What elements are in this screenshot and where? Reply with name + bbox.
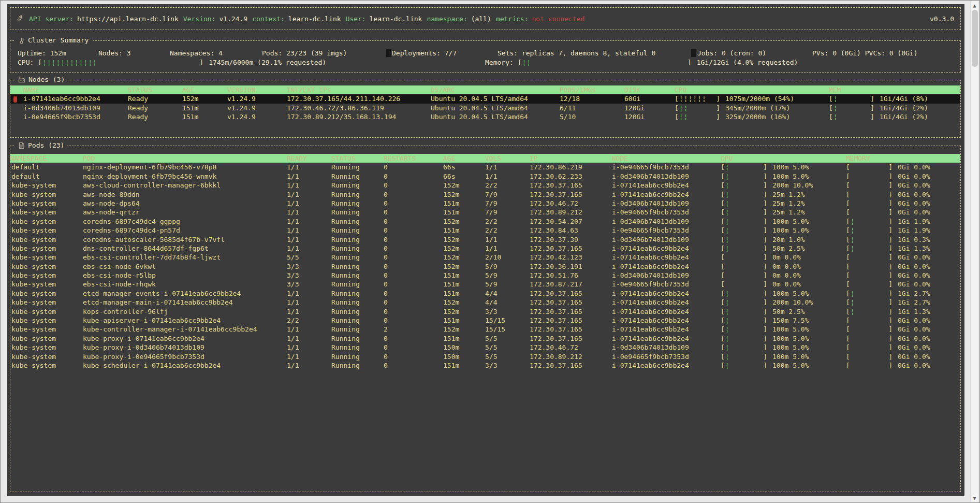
pod-row[interactable]: kube-systemkops-controller-96lfj1/1Runni… [10,307,960,316]
pod-cell-age: 151m [443,316,485,325]
pod-row[interactable]: kube-systemkube-proxy-i-0d3406b74013db10… [10,343,960,352]
column-header[interactable]: READY [287,154,331,163]
node-row[interactable]: i-0d3406b74013db109Ready151mv1.24.9172.3… [10,104,960,112]
column-header[interactable]: NAMESPACE [10,154,83,163]
pod-row[interactable]: kube-systemkube-controller-manager-i-071… [10,325,960,334]
pod-row[interactable]: kube-systemaws-node-89ddn1/1Running0152m… [10,190,960,199]
column-header[interactable]: CPU [721,154,846,163]
column-header[interactable]: STATUS [128,85,182,94]
pod-row[interactable]: kube-systemebs-csi-controller-7dd74b8f4-… [10,253,960,262]
pod-row[interactable]: kube-systemetcd-manager-main-i-07141eab6… [10,298,960,307]
pod-cell-node: i-0d3406b74013db109 [612,217,721,226]
gauge-open-bracket: [ [846,361,850,370]
pod-cell-vols: 7/9 [485,190,530,199]
pod-mem-text: 0Gi 0.0% [898,316,930,325]
pod-cell-cpu: [¦]100m 5.0% [721,217,846,226]
pod-cell-ip: 172.30.86.219 [530,163,612,171]
pod-row[interactable]: kube-systemcoredns-6897c49dc4-pn57d1/1Ru… [10,226,960,235]
pod-row[interactable]: kube-systemetcd-manager-events-i-07141ea… [10,289,960,298]
pod-cell-status: Running [331,181,384,190]
pod-cell-age: 151m [443,361,485,370]
gauge-open-bracket: [ [721,244,725,253]
pod-cell-node: i-07141eab6cc9bb2e4 [612,181,721,190]
pod-row[interactable]: kube-systemaws-node-dps641/1Running0151m… [10,199,960,208]
pod-cpu-gauge: [¦] [721,307,767,316]
pod-row[interactable]: kube-systemdns-controller-8644d657df-fgp… [10,244,960,253]
column-header[interactable]: CPU [675,85,829,94]
scroll-up-arrow[interactable]: ▲ [971,1,978,9]
node-row[interactable]: i-0e94665f9bcb7353dReady151mv1.24.9172.3… [10,112,960,121]
summary-stat: Pods: 23/23 (39 imgs) [262,49,347,57]
column-header[interactable]: VERSION [227,85,287,94]
column-header[interactable]: STATUS [331,154,384,163]
node-cell-pods_imgs: 6/11 [560,104,624,112]
column-header[interactable]: AGE [182,85,227,94]
pod-cell-memory: []0Gi 0.0% [846,316,960,325]
pod-row[interactable]: defaultnginx-deployment-6fb79bc456-v78p8… [10,163,960,171]
summary-memory-gauge-row: Memory: [¦¦]1Gi/12Gi (4.0% requested) [485,59,798,66]
pod-row[interactable]: kube-systemcoredns-6897c49dc4-ggppg1/1Ru… [10,217,960,226]
pod-cell-node: i-0e94665f9bcb7353d [612,226,721,235]
node-mem-text: 1Gi/4Gi (2%) [880,104,928,112]
pod-cell-node: i-0e94665f9bcb7353d [612,280,721,289]
pod-row[interactable]: kube-systemaws-cloud-controller-manager-… [10,181,960,190]
pod-row[interactable]: kube-systemcoredns-autoscaler-5685d4f67b… [10,235,960,244]
column-header[interactable]: DISK [624,85,675,94]
pod-row[interactable]: kube-systemkube-scheduler-i-07141eab6cc9… [10,361,960,370]
column-header[interactable]: MEM [829,85,960,94]
column-header[interactable]: PODS/IMGs [560,85,624,94]
column-header[interactable]: MEMORY [846,154,960,163]
gauge-close-bracket: ] [888,253,893,262]
pod-cell-ready: 1/1 [287,361,331,370]
column-header[interactable]: INT/EXT IPs [287,85,431,94]
pod-cell-status: Running [331,244,384,253]
vertical-scrollbar[interactable]: ▲ ▼ [970,1,978,502]
pod-row[interactable]: defaultnginx-deployment-6fb79bc456-wnmvk… [10,172,960,181]
pod-mem-gauge: [] [846,208,893,217]
gauge-bars [850,208,888,217]
pod-cell-ip: 172.30.37.165 [530,298,612,307]
pod-row[interactable]: kube-systemebs-csi-node-6vkwl3/3Running0… [10,262,960,271]
pod-mem-gauge: [¦] [846,226,893,235]
pod-row[interactable]: kube-systemkube-apiserver-i-07141eab6cc9… [10,316,960,325]
column-header[interactable]: OS/ARC [431,85,560,94]
pod-cell-status: Running [331,343,384,352]
pod-cpu-text: 100m 5.0% [772,361,809,370]
pods-panel: Pods (23) NAMESPACEPODREADYSTATUSRESTART… [10,146,961,492]
gauge-close-bracket: ] [888,181,893,190]
gauge-close-bracket: ] [888,172,893,181]
summary-stat: Namespaces: 4 [170,49,223,57]
pod-cell-memory: [¦]1Gi 1.9% [846,217,960,226]
pod-cell-vols: 5/5 [485,334,530,343]
column-header[interactable]: POD [83,154,287,163]
gauge-bars: ¦¦¦¦¦¦ [679,94,716,103]
pod-row[interactable]: kube-systemkube-proxy-i-0e94665f9bcb7353… [10,352,960,361]
pod-cell-restarts: 0 [384,316,443,325]
pod-cell-namespace: kube-system [10,217,83,226]
column-header[interactable]: NAME [23,85,128,94]
pod-cell-ready: 1/1 [287,226,331,235]
gauge-bars: ¦ [833,112,870,121]
column-header[interactable]: IP [530,154,612,163]
gauge-bars: ¦ [850,298,888,307]
pod-cpu-text: 25m 1.2% [772,208,805,217]
scrollbar-thumb[interactable] [972,10,978,67]
pod-row[interactable]: kube-systemaws-node-qrtzr1/1Running0151m… [10,208,960,217]
pod-row[interactable]: kube-systemebs-csi-node-rhqwk3/3Running0… [10,280,960,289]
pod-row[interactable]: kube-systemkube-proxy-i-07141eab6cc9bb2e… [10,334,960,343]
pod-cell-age: 152m [443,325,485,334]
topbar-item-label: Version: [183,15,216,23]
column-header[interactable]: VOLS [485,154,530,163]
gauge-close-bracket: ] [888,316,893,325]
pod-mem-gauge: [] [846,253,893,262]
pod-cell-vols: 15/15 [485,316,530,325]
node-row[interactable]: i-07141eab6cc9bb2e4Ready152mv1.24.9172.3… [10,94,960,103]
pod-cell-namespace: kube-system [10,262,83,271]
column-header[interactable]: NODE [612,154,721,163]
pod-row[interactable]: kube-systemebs-csi-node-r5lbp3/3Running0… [10,271,960,280]
column-header[interactable]: AGE [443,154,485,163]
pod-cpu-gauge: [¦] [721,226,767,235]
scroll-down-arrow[interactable]: ▼ [971,494,978,502]
column-header[interactable]: RESTARTS [384,154,443,163]
pod-cell-cpu: [¦]20m 1.0% [721,235,846,244]
